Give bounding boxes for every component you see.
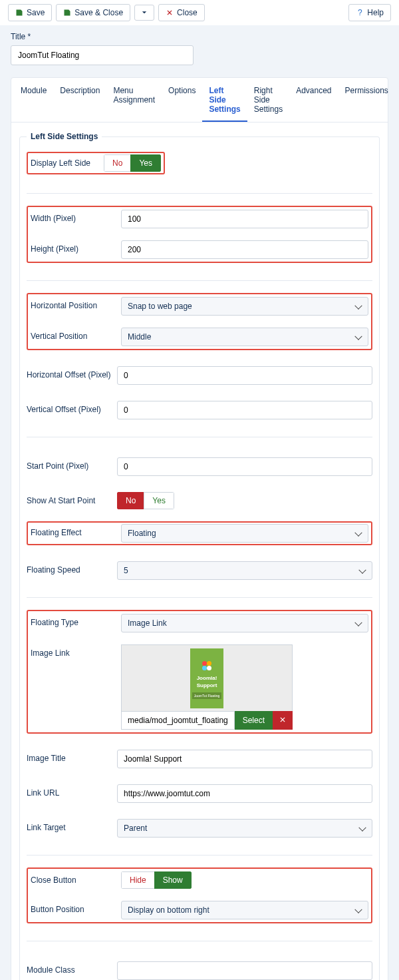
- image-select-button[interactable]: Select: [235, 711, 273, 730]
- close-label: Close: [177, 8, 198, 17]
- horizontal-offset-input[interactable]: [117, 366, 372, 385]
- tab-options[interactable]: Options: [162, 78, 202, 122]
- image-path-input[interactable]: [121, 711, 235, 730]
- start-point-input[interactable]: [117, 457, 372, 476]
- close-icon: [166, 9, 174, 17]
- title-input[interactable]: [11, 45, 194, 65]
- tab-right-side-settings[interactable]: Right Side Settings: [247, 78, 289, 122]
- button-position-select[interactable]: Display on bottom right: [121, 901, 368, 919]
- button-position-label: Button Position: [31, 901, 121, 914]
- height-label: Height (Pixel): [31, 240, 121, 254]
- help-icon: ?: [356, 9, 364, 17]
- help-label: Help: [367, 8, 384, 17]
- floating-speed-label: Floating Speed: [27, 561, 117, 575]
- floating-speed-select[interactable]: 5: [117, 561, 372, 580]
- save-label: Save: [27, 8, 45, 17]
- save-dropdown-button[interactable]: [134, 5, 154, 21]
- save-close-button[interactable]: Save & Close: [56, 4, 130, 21]
- display-left-side-label: Display Left Side: [31, 154, 104, 168]
- floating-type-label: Floating Type: [31, 614, 121, 627]
- horizontal-offset-label: Horizontal Offset (Pixel): [27, 366, 117, 379]
- save-button[interactable]: Save: [8, 4, 52, 21]
- close-button-toggle[interactable]: Hide Show: [121, 871, 192, 889]
- image-title-input[interactable]: [117, 750, 372, 768]
- link-url-label: Link URL: [27, 784, 117, 798]
- toggle-no[interactable]: No: [117, 492, 144, 509]
- toggle-yes[interactable]: Yes: [130, 154, 161, 172]
- link-url-input[interactable]: [117, 784, 372, 803]
- svg-point-1: [207, 661, 211, 666]
- save-close-label: Save & Close: [74, 8, 123, 17]
- close-button[interactable]: Close: [158, 4, 205, 21]
- tab-permissions[interactable]: Permissions: [338, 78, 395, 122]
- image-preview: Joomla! Support JoomTut Floating: [121, 644, 293, 711]
- help-button[interactable]: ? Help: [348, 4, 391, 21]
- image-clear-button[interactable]: [273, 711, 293, 730]
- width-input[interactable]: [121, 210, 368, 228]
- tab-left-side-settings[interactable]: Left Side Settings: [202, 78, 247, 122]
- image-link-label: Image Link: [31, 644, 121, 658]
- left-side-fieldset: Left Side Settings Display Left Side No …: [19, 132, 380, 980]
- toggle-yes[interactable]: Yes: [144, 492, 174, 509]
- width-label: Width (Pixel): [31, 210, 121, 223]
- title-label: Title *: [11, 32, 388, 41]
- horizontal-position-label: Horizontal Position: [31, 297, 121, 310]
- vertical-offset-label: Vertical Offset (Pixel): [27, 401, 117, 414]
- show-at-start-toggle[interactable]: No Yes: [117, 492, 174, 509]
- show-at-start-label: Show At Start Point: [27, 492, 117, 505]
- floating-type-select[interactable]: Image Link: [121, 614, 368, 632]
- close-icon: [279, 716, 286, 725]
- svg-point-0: [202, 661, 207, 666]
- vertical-position-label: Vertical Position: [31, 328, 121, 341]
- link-target-label: Link Target: [27, 819, 117, 832]
- save-icon: [15, 9, 23, 17]
- tab-menu-assignment[interactable]: Menu Assignment: [106, 78, 162, 122]
- vertical-offset-input[interactable]: [117, 401, 372, 419]
- horizontal-position-select[interactable]: Snap to web page: [121, 297, 368, 316]
- link-target-select[interactable]: Parent: [117, 819, 372, 838]
- floating-effect-label: Floating Effect: [31, 524, 121, 537]
- joomla-icon: [198, 658, 216, 674]
- image-title-label: Image Title: [27, 750, 117, 763]
- vertical-position-select[interactable]: Middle: [121, 328, 368, 346]
- tab-module[interactable]: Module: [14, 78, 53, 122]
- svg-point-2: [202, 666, 207, 670]
- start-point-label: Start Point (Pixel): [27, 457, 117, 471]
- save-icon: [63, 9, 71, 17]
- toggle-no[interactable]: No: [104, 154, 131, 172]
- floating-effect-select[interactable]: Floating: [121, 524, 368, 543]
- display-left-side-toggle[interactable]: No Yes: [104, 154, 161, 172]
- module-class-label: Module Class: [27, 961, 117, 975]
- image-thumb: Joomla! Support JoomTut Floating: [190, 648, 223, 708]
- close-button-label: Close Button: [31, 871, 121, 885]
- height-input[interactable]: [121, 240, 368, 259]
- svg-point-3: [207, 666, 211, 670]
- toggle-show[interactable]: Show: [154, 871, 192, 889]
- toggle-hide[interactable]: Hide: [121, 871, 155, 889]
- tab-description[interactable]: Description: [53, 78, 106, 122]
- fieldset-legend: Left Side Settings: [27, 132, 102, 141]
- module-class-input[interactable]: [117, 961, 372, 980]
- tab-advanced[interactable]: Advanced: [289, 78, 338, 122]
- chevron-down-icon: [140, 9, 148, 17]
